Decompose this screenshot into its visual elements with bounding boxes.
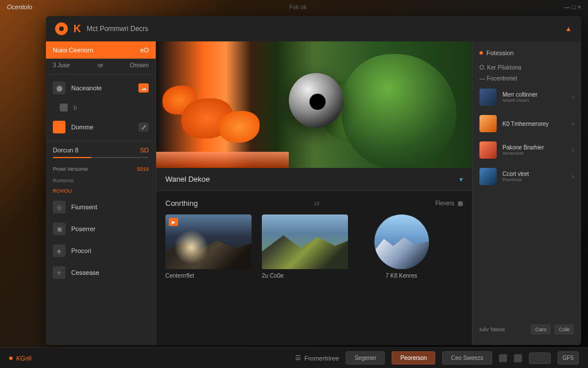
sidebar-item-sub[interactable]: b <box>46 99 156 116</box>
tool-icon[interactable] <box>514 354 522 362</box>
panel-footer-label: Iuliv Talese <box>479 327 505 332</box>
panel-btn[interactable]: Cole <box>554 324 574 335</box>
thumb-icon <box>479 89 497 106</box>
section-header: Conrthing 15 Flevers ▦ <box>156 191 472 212</box>
sidebar-item-domme[interactable]: Domme ⤢ <box>46 116 156 138</box>
chevron-right-icon: › <box>572 172 574 181</box>
hero-title: Wanel Dekoe <box>165 175 210 183</box>
thumb-icon <box>479 141 497 159</box>
cloud-icon: ☁ <box>138 83 149 93</box>
duration-slider[interactable] <box>53 157 149 158</box>
card-grid: ▶ Centerrrflet 2u Co0e 7 K8 Kenres <box>156 212 472 286</box>
chevron-right-icon: › <box>572 93 574 101</box>
hero-meta-bar: Wanel Dekoe ▾ <box>156 168 472 191</box>
main-content: Wanel Dekoe ▾ Conrthing 15 Flevers ▦ ▶ C… <box>156 41 472 345</box>
badge-icon: ▶ <box>169 218 178 226</box>
logo-icon <box>55 22 68 35</box>
panel-btn[interactable]: Caro <box>531 324 551 335</box>
sidebar-sublink[interactable]: ROVOU <box>46 186 156 196</box>
chevron-right-icon: › <box>572 120 574 128</box>
footer-button[interactable]: Segener <box>346 351 385 365</box>
duration-label: Dorcun 8 <box>53 147 79 154</box>
sidebar-list-item[interactable]: ≡ Cessease <box>46 262 156 283</box>
sidebar-item-label: Domme <box>71 124 94 131</box>
sidebar: Nuioi Ceeriorn eO 3 Juse ·or Oresen ⬤ Na… <box>46 41 156 345</box>
thumb-icon <box>479 168 497 185</box>
app-header: K Mct Pommwri Decrs ▲ <box>46 16 581 41</box>
filter-mid: ·or <box>96 62 103 68</box>
footer-brand: KGrili <box>9 355 32 362</box>
layers-icon: ◈ <box>53 244 65 257</box>
dot-icon <box>479 51 483 55</box>
duration-row: Dorcun 8 SD <box>46 143 156 157</box>
logo-letter: K <box>74 23 81 35</box>
sidebar-active-label: Nuioi Ceeriorn <box>53 47 93 53</box>
thumb-icon <box>479 115 497 132</box>
orange-thumb-icon <box>53 121 65 133</box>
chevron-down-icon[interactable]: ▾ <box>459 175 463 183</box>
panel-item[interactable]: Pakone Brarhier Aertemete › <box>473 137 581 163</box>
card-caption: Centerrrflet <box>165 269 252 279</box>
panel-item[interactable]: Merr coltinner Ishertt Dearn › <box>473 84 581 110</box>
footer-pill[interactable] <box>529 352 551 364</box>
section-title: Conrthing <box>165 199 198 208</box>
duration-sub-row: Prowi Versorne S019 <box>46 163 156 175</box>
target-icon: ◎ <box>53 201 65 213</box>
os-brand: Ocentolo <box>7 3 32 10</box>
filter-right[interactable]: Oresen <box>130 62 149 68</box>
media-card[interactable]: ▶ Centerrrflet <box>165 214 252 279</box>
bottom-bar: KGrili ☰ Fromertriree Segener Peorerson … <box>0 347 588 368</box>
sidebar-item-naceanote[interactable]: ⬤ Naceanote ☁ <box>46 77 156 99</box>
square-icon <box>60 103 68 112</box>
list-icon: ≡ <box>53 266 65 279</box>
os-titlebar: Ocentolo Fok ok — □ × <box>0 0 588 14</box>
right-panel: Fotession O. Ker Pilaktona — Focentrerie… <box>472 41 581 345</box>
panel-subtitle: — Focentreriel <box>473 73 581 84</box>
footer-button-primary[interactable]: Peorerson <box>392 351 435 365</box>
filter-left: 3 Juse <box>53 62 69 68</box>
list-icon: ☰ <box>295 354 301 362</box>
panel-title: Fotession <box>486 49 514 56</box>
card-caption: 2u Co0e <box>262 269 348 279</box>
sidebar-active-tag: eO <box>140 47 149 53</box>
flame-icon: ▲ <box>565 25 572 33</box>
sidebar-sublabel: Romerss <box>46 175 156 186</box>
sidebar-list-item[interactable]: ◎ Fiumsent <box>46 196 156 218</box>
panel-footer: Iuliv Talese Caro Cole <box>473 320 581 339</box>
settings-icon[interactable] <box>499 354 507 362</box>
user-icon: ⬤ <box>53 82 65 94</box>
section-action[interactable]: Flevers ▦ <box>435 200 463 206</box>
sidebar-list-item[interactable]: ◈ Procori <box>46 240 156 262</box>
panel-subtitle: O. Ker Pilaktona <box>473 62 581 73</box>
panel-item[interactable]: Ccort vtret Peentnse › <box>473 163 581 190</box>
chevron-right-icon: › <box>572 146 574 154</box>
footer-button[interactable]: Ceo Sweezs <box>442 351 492 365</box>
sidebar-filter-row: 3 Juse ·or Oresen <box>46 59 156 72</box>
footer-link[interactable]: ☰ Fromertriree <box>295 354 339 362</box>
footer-button[interactable]: GF5 <box>558 351 579 365</box>
section-mid: 15 <box>314 201 319 206</box>
dot-icon <box>9 356 13 360</box>
panel-title-row: Fotession <box>473 47 581 62</box>
panel-item[interactable]: K0 Tmhermerorey › <box>473 110 581 137</box>
expand-icon: ⤢ <box>138 122 149 132</box>
folder-icon: ▣ <box>53 223 65 235</box>
duration-value: SD <box>140 147 149 154</box>
media-card[interactable]: 2u Co0e <box>262 214 348 279</box>
app-title: Mct Pommwri Decrs <box>87 25 148 33</box>
card-caption: 7 K8 Kenres <box>358 269 444 279</box>
sidebar-active-section[interactable]: Nuioi Ceeriorn eO <box>46 41 156 59</box>
sidebar-item-label: Naceanote <box>71 85 102 91</box>
window-controls[interactable]: — □ × <box>564 3 581 10</box>
grid-icon: ▦ <box>458 200 463 206</box>
hero-image <box>156 41 472 168</box>
sidebar-list-item[interactable]: ▣ Poserrer <box>46 218 156 240</box>
app-window: K Mct Pommwri Decrs ▲ Nuioi Ceeriorn eO … <box>46 16 581 345</box>
os-title: Fok ok <box>289 4 307 10</box>
media-card[interactable]: 7 K8 Kenres <box>358 214 444 279</box>
